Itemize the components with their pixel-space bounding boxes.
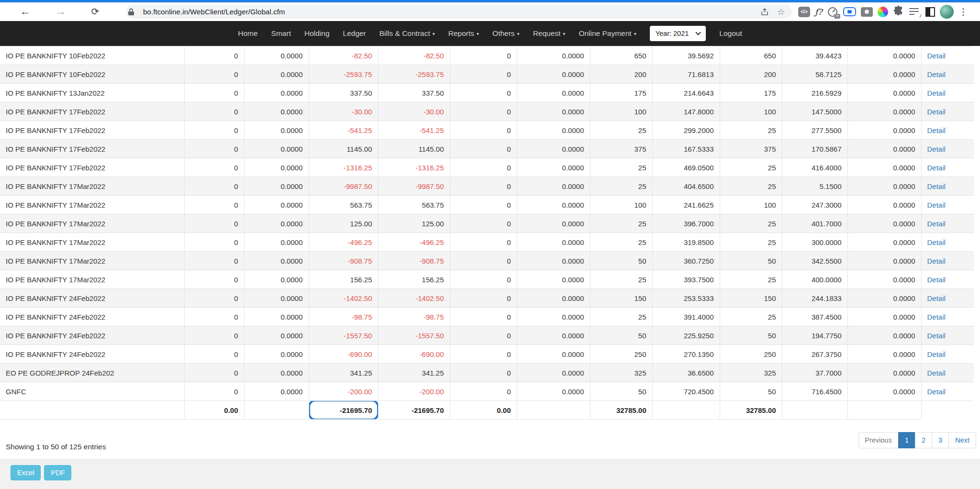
value-cell: 25 xyxy=(590,233,652,252)
nav-item-bills-contract[interactable]: Bills & Contract▾ xyxy=(379,29,435,38)
puzzle-extensions-icon[interactable] xyxy=(893,5,904,19)
value-cell: 58.7125 xyxy=(782,65,847,84)
speed-dial-extension-icon[interactable]: •• xyxy=(827,6,838,18)
site-navbar: HomeSmartHoldingLedgerBills & Contract▾R… xyxy=(0,21,980,46)
picture-in-picture-icon[interactable] xyxy=(843,7,856,16)
detail-link[interactable]: Detail xyxy=(927,108,946,116)
value-cell: -1402.50 xyxy=(309,289,378,308)
value-cell: 319.8500 xyxy=(652,233,720,252)
detail-link[interactable]: Detail xyxy=(927,52,946,60)
forward-icon[interactable]: → xyxy=(54,4,68,19)
value-cell: 71.6813 xyxy=(652,65,720,84)
playlist-extension-icon[interactable]: ♪ xyxy=(909,7,921,17)
value-cell: 0.0000 xyxy=(517,382,590,401)
value-cell: 0 xyxy=(450,252,517,270)
back-icon[interactable]: ← xyxy=(18,4,33,19)
reload-icon[interactable]: ⟳ xyxy=(88,4,102,19)
value-cell: 0 xyxy=(450,121,517,140)
value-cell: 200 xyxy=(720,65,782,84)
page-button-2[interactable]: 2 xyxy=(915,432,932,448)
detail-cell: Detail xyxy=(921,345,974,364)
font-finder-extension-icon[interactable]: ƒ? xyxy=(815,7,822,17)
value-cell: 375 xyxy=(590,140,652,158)
value-cell: 0 xyxy=(184,214,244,233)
nav-item-request[interactable]: Request▾ xyxy=(533,29,566,38)
detail-link[interactable]: Detail xyxy=(927,164,946,172)
color-wheel-extension-icon[interactable] xyxy=(878,7,888,17)
detail-cell: Detail xyxy=(921,270,974,289)
dark-mode-extension-icon[interactable] xyxy=(925,7,935,17)
value-cell: 0 xyxy=(184,289,244,308)
value-cell: 0.0000 xyxy=(244,308,309,326)
year-select[interactable]: Year: 2021 xyxy=(650,26,706,41)
detail-link[interactable]: Detail xyxy=(927,276,946,284)
detail-link[interactable]: Detail xyxy=(927,238,946,246)
value-cell: 0 xyxy=(184,140,244,158)
music-note-icon: ♪ xyxy=(919,12,922,19)
profile-avatar[interactable] xyxy=(940,5,954,19)
detail-link[interactable]: Detail xyxy=(927,313,946,321)
value-cell: 270.1350 xyxy=(652,345,720,364)
detail-link[interactable]: Detail xyxy=(927,257,946,265)
value-cell: 25 xyxy=(590,308,652,326)
detail-link[interactable]: Detail xyxy=(927,332,946,340)
detail-cell: Detail xyxy=(921,46,974,65)
detail-link[interactable]: Detail xyxy=(927,182,946,190)
total-cell xyxy=(652,401,720,420)
value-cell: -908.75 xyxy=(378,252,450,270)
table-row: IO PE BANKNIFTY 17Mar202200.0000156.2515… xyxy=(0,270,974,289)
code-extension-icon[interactable]: </> xyxy=(798,7,810,17)
excel-button[interactable]: Excel xyxy=(11,465,41,480)
nav-item-online-payment[interactable]: Online Payment▾ xyxy=(579,29,636,38)
value-cell: -82.50 xyxy=(309,46,378,65)
caret-down-icon: ▾ xyxy=(517,31,520,36)
detail-link[interactable]: Detail xyxy=(927,369,946,377)
value-cell: 0 xyxy=(184,252,244,270)
table-row: EO PE GODREJPROP 24Feb20200.0000341.2534… xyxy=(0,364,974,382)
value-cell: -9987.50 xyxy=(378,177,450,196)
table-row: IO PE BANKNIFTY 17Mar202200.0000-496.25-… xyxy=(0,233,974,252)
value-cell: -541.25 xyxy=(309,121,378,140)
detail-link[interactable]: Detail xyxy=(927,126,946,134)
detail-cell: Detail xyxy=(921,140,974,158)
detail-link[interactable]: Detail xyxy=(927,350,946,358)
page-button-1[interactable]: 1 xyxy=(898,432,915,448)
detail-link[interactable]: Detail xyxy=(927,201,946,209)
detail-link[interactable]: Detail xyxy=(927,70,946,78)
value-cell: 25 xyxy=(720,177,782,196)
detail-link[interactable]: Detail xyxy=(927,294,946,302)
value-cell: 167.5333 xyxy=(652,140,720,158)
bookmark-star-icon[interactable]: ☆ xyxy=(776,7,786,17)
previous-page-button[interactable]: Previous xyxy=(858,432,899,448)
nav-item-ledger[interactable]: Ledger xyxy=(343,29,366,38)
value-cell: 147.5000 xyxy=(782,102,847,121)
scrip-name-cell: IO PE BANKNIFTY 17Mar2022 xyxy=(0,233,184,252)
screenshot-camera-icon[interactable] xyxy=(861,7,873,17)
browser-menu-icon[interactable]: ⋮ xyxy=(958,6,968,17)
scrip-name-cell: GNFC xyxy=(0,382,184,401)
nav-item-home[interactable]: Home xyxy=(238,29,257,38)
nav-item-smart[interactable]: Smart xyxy=(271,29,291,38)
table-row: IO PE BANKNIFTY 17Mar202200.0000125.0012… xyxy=(0,214,974,233)
address-bar[interactable]: bo.ftconline.in/WebClient/Ledger/Global.… xyxy=(126,5,792,19)
value-cell: 0.0000 xyxy=(847,345,921,364)
value-cell: 341.25 xyxy=(378,364,450,382)
caret-down-icon: ▾ xyxy=(477,31,479,36)
nav-item-holding[interactable]: Holding xyxy=(304,29,330,38)
pdf-button[interactable]: PDF xyxy=(44,465,71,480)
nav-item-logout[interactable]: Logout xyxy=(719,29,742,38)
detail-link[interactable]: Detail xyxy=(927,220,946,228)
value-cell: 25 xyxy=(720,270,782,289)
detail-link[interactable]: Detail xyxy=(927,89,946,97)
chevron-down-icon xyxy=(696,30,701,35)
page-button-3[interactable]: 3 xyxy=(932,432,949,448)
detail-link[interactable]: Detail xyxy=(927,388,946,396)
detail-cell: Detail xyxy=(921,65,974,84)
share-icon[interactable] xyxy=(759,7,770,17)
next-page-button[interactable]: Next xyxy=(948,432,976,448)
nav-item-reports[interactable]: Reports▾ xyxy=(448,29,479,38)
value-cell: -496.25 xyxy=(309,233,378,252)
detail-link[interactable]: Detail xyxy=(927,145,946,153)
value-cell: 299.2000 xyxy=(652,121,720,140)
nav-item-others[interactable]: Others▾ xyxy=(492,29,520,38)
